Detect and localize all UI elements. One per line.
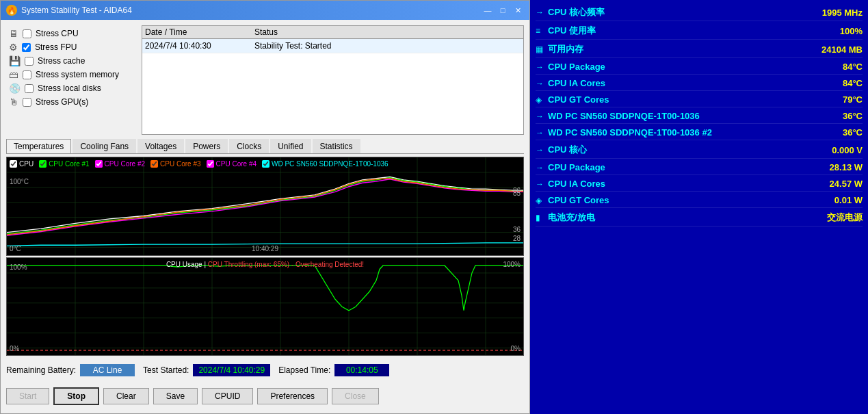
elapsed-time-item: Elapsed Time: 00:14:05 [278, 364, 389, 376]
temp-y-top: 100°C [10, 178, 29, 185]
info-arrow-10: → [536, 179, 544, 189]
legend-core2: CPU Core #2 [95, 160, 145, 168]
info-arrow-0: → [536, 8, 544, 17]
legend-wd: WD PC SN560 SDDPNQE-1T00-1036 [262, 160, 389, 168]
info-arrow-1: ≡ [536, 26, 544, 36]
cpuid-button[interactable]: CPUID [202, 388, 253, 404]
tab-powers[interactable]: Powers [185, 139, 228, 153]
stop-button[interactable]: Stop [53, 387, 99, 405]
tab-voltages[interactable]: Voltages [137, 139, 184, 153]
info-arrow-8: → [536, 145, 544, 155]
stress-cpu-checkbox[interactable] [23, 29, 31, 38]
minimize-button[interactable]: — [482, 5, 494, 16]
maximize-button[interactable]: □ [497, 5, 509, 16]
info-label-7: WD PC SN560 SDDPNQE-1T00-1036 #2 [548, 127, 712, 138]
info-label-2: 可用内存 [548, 43, 583, 55]
info-arrow-7: → [536, 128, 544, 138]
info-value-5: 79°C [843, 94, 863, 105]
info-label-5: CPU GT Cores [548, 94, 609, 105]
preferences-button[interactable]: Preferences [257, 388, 328, 404]
legend-cpu-checkbox[interactable] [10, 160, 17, 168]
legend-core3: CPU Core #3 [150, 160, 200, 168]
stress-disks-checkbox[interactable] [25, 84, 34, 93]
stress-item-gpu: 🖱 Stress GPU(s) [9, 96, 133, 107]
info-value-11: 0.01 W [834, 195, 863, 205]
legend-core1-checkbox[interactable] [39, 160, 47, 168]
legend-core3-checkbox[interactable] [150, 160, 158, 168]
start-button[interactable]: Start [6, 388, 49, 404]
gpu-icon: 🖱 [9, 96, 18, 107]
save-button[interactable]: Save [153, 388, 198, 404]
info-arrow-2: ▦ [536, 44, 544, 54]
info-value-2: 24104 MB [821, 44, 863, 55]
legend-wd-checkbox[interactable] [262, 160, 269, 168]
stress-memory-checkbox[interactable] [23, 70, 31, 79]
legend-core4-checkbox[interactable] [207, 160, 214, 168]
info-arrow-12: ▮ [536, 213, 544, 222]
info-arrow-5: ◈ [536, 95, 544, 105]
temperature-chart-svg [7, 157, 523, 255]
close-button[interactable]: ✕ [512, 5, 524, 16]
stress-item-memory: 🗃 Stress system memory [9, 69, 133, 80]
info-arrow-9: → [536, 163, 544, 172]
status-bar: Remaining Battery: AC Line Test Started:… [6, 359, 524, 382]
stress-cache-label: Stress cache [38, 56, 85, 66]
ac-line-value: AC Line [80, 364, 135, 376]
info-row-4: →CPU IA Cores84°C [536, 76, 863, 91]
window-content: 🖥 Stress CPU ⚙ Stress FPU 💾 Stress cache… [1, 20, 529, 413]
log-table: Date / Time Status 2024/7/4 10:40:30 Sta… [142, 25, 524, 135]
info-value-7: 36°C [843, 127, 863, 138]
cpu-right-bottom: 0% [511, 345, 521, 352]
test-started-item: Test Started: 2024/7/4 10:40:29 [143, 364, 270, 376]
stress-item-cache: 💾 Stress cache [9, 55, 133, 66]
cpu-usage-title: CPU Usage | CPU Throttling (max: 65%) - … [166, 261, 364, 268]
tab-clocks[interactable]: Clocks [229, 139, 269, 153]
tab-statistics[interactable]: Statistics [313, 139, 360, 153]
cpu-usage-chart: CPU Usage | CPU Throttling (max: 65%) - … [6, 257, 524, 357]
right-panel: →CPU 核心频率1995 MHz≡CPU 使用率100%▦可用内存24104 … [530, 0, 868, 414]
cpu-throttle-label: CPU Throttling (max: 65%) - Overheating … [208, 261, 364, 268]
info-arrow-4: → [536, 79, 544, 88]
title-controls: — □ ✕ [482, 5, 524, 16]
tabs-bar: Temperatures Cooling Fans Voltages Power… [6, 139, 524, 154]
info-value-8: 0.000 V [832, 145, 863, 155]
info-arrow-6: → [536, 112, 544, 121]
info-arrow-3: → [536, 62, 544, 72]
close-button-bottom[interactable]: Close [332, 388, 379, 404]
stress-item-disks: 💿 Stress local disks [9, 83, 133, 94]
app-icon: 🔥 [6, 5, 17, 16]
info-row-11: ◈CPU GT Cores0.01 W [536, 193, 863, 208]
stress-item-cpu: 🖥 Stress CPU [9, 28, 133, 39]
info-value-9: 28.13 W [830, 162, 863, 172]
stress-fpu-checkbox[interactable] [22, 43, 31, 52]
legend-core2-checkbox[interactable] [95, 160, 103, 168]
legend-core3-label: CPU Core #3 [160, 160, 200, 168]
cpu-icon: 🖥 [9, 28, 18, 39]
cpu-y-bottom: 0% [10, 345, 19, 352]
window-title: System Stability Test - AIDA64 [21, 5, 132, 15]
info-arrow-11: ◈ [536, 196, 544, 205]
temp-x-time: 10:40:29 [252, 245, 278, 253]
tab-temperatures[interactable]: Temperatures [6, 139, 71, 153]
info-row-10: →CPU IA Cores24.57 W [536, 177, 863, 192]
elapsed-time-value: 00:14:05 [334, 364, 389, 376]
legend-core2-label: CPU Core #2 [105, 160, 145, 168]
tab-unified[interactable]: Unified [270, 139, 311, 153]
legend-core4-label: CPU Core #4 [216, 160, 257, 168]
stress-cache-checkbox[interactable] [25, 57, 34, 66]
temp-right-36: 36 [513, 226, 521, 233]
test-started-value: 2024/7/4 10:40:29 [193, 364, 270, 376]
info-label-9: CPU Package [548, 162, 605, 172]
info-label-1: CPU 使用率 [548, 25, 596, 37]
buttons-row: Start Stop Clear Save CPUID Preferences … [6, 385, 524, 408]
info-row-8: →CPU 核心0.000 V [536, 142, 863, 159]
info-value-0: 1995 MHz [822, 8, 863, 18]
charts-area: CPU CPU Core #1 CPU Core #2 CPU Core #3 [6, 157, 524, 356]
stress-gpu-checkbox[interactable] [23, 98, 31, 107]
stress-memory-label: Stress system memory [36, 70, 119, 79]
tab-cooling-fans[interactable]: Cooling Fans [73, 139, 136, 153]
clear-button[interactable]: Clear [103, 388, 149, 404]
legend-wd-label: WD PC SN560 SDDPNQE-1T00-1036 [272, 160, 389, 168]
log-header-status: Status [254, 27, 521, 37]
title-bar: 🔥 System Stability Test - AIDA64 — □ ✕ [1, 1, 529, 20]
